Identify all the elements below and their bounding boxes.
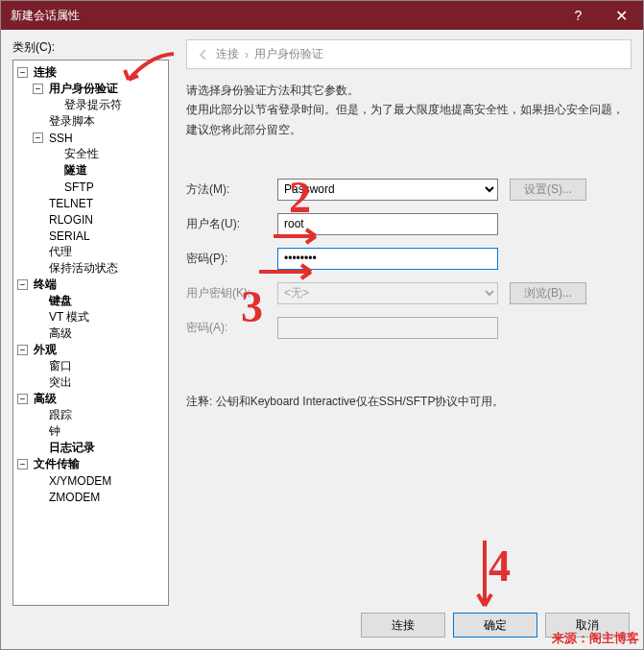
note-text: 注释: 公钥和Keyboard Interactive仅在SSH/SFTP协议中… <box>186 394 632 410</box>
connect-button[interactable]: 连接 <box>361 613 445 638</box>
tree-item-connection[interactable]: −连接 <box>17 64 166 81</box>
tree-item-logging[interactable]: 日志记录 <box>33 440 166 456</box>
ok-button[interactable]: 确定 <box>453 613 537 638</box>
help-button[interactable]: ? <box>557 1 600 30</box>
username-label: 用户名(U): <box>186 216 277 232</box>
tree-item-serial[interactable]: SERIAL <box>33 228 166 244</box>
password-input[interactable] <box>277 248 498 270</box>
tree-item-appearance[interactable]: −外观 <box>17 342 166 358</box>
tree-item-proxy[interactable]: 代理 <box>33 244 166 260</box>
tree-item-highlight[interactable]: 突出 <box>33 374 166 391</box>
category-label: 类别(C): <box>12 39 169 56</box>
password2-input <box>277 317 498 339</box>
breadcrumb-root: 连接 <box>216 46 239 62</box>
method-select[interactable]: Password <box>277 179 498 201</box>
tree-item-rlogin[interactable]: RLOGIN <box>33 211 166 228</box>
breadcrumb: 连接 › 用户身份验证 <box>186 39 632 69</box>
titlebar-title: 新建会话属性 <box>11 8 557 24</box>
tree-item-window[interactable]: 窗口 <box>33 358 166 374</box>
tree-item-sftp[interactable]: SFTP <box>48 179 166 195</box>
browse-button[interactable]: 浏览(B)... <box>510 282 586 304</box>
close-button[interactable]: ✕ <box>600 1 643 30</box>
tree-item-keepalive[interactable]: 保持活动状态 <box>33 260 166 277</box>
collapse-icon[interactable]: − <box>17 279 28 290</box>
tree-item-vtmode[interactable]: VT 模式 <box>33 309 166 325</box>
watermark: 来源：阁主博客 <box>552 630 639 647</box>
tree-item-telnet[interactable]: TELNET <box>33 195 166 211</box>
category-tree[interactable]: −连接 −用户身份验证 登录提示符 登录脚本 − <box>12 60 169 606</box>
collapse-icon[interactable]: − <box>17 345 28 355</box>
tree-item-zmodem[interactable]: ZMODEM <box>33 489 166 505</box>
password2-label: 密码(A): <box>186 320 277 336</box>
method-label: 方法(M): <box>186 181 277 198</box>
password-label: 密码(P): <box>186 251 277 267</box>
tree-item-login-script[interactable]: 登录脚本 <box>33 113 166 130</box>
collapse-icon[interactable]: − <box>17 459 28 469</box>
settings-button[interactable]: 设置(S)... <box>510 179 586 201</box>
tree-item-trace[interactable]: 跟踪 <box>33 407 166 423</box>
tree-item-xymodem[interactable]: X/YMODEM <box>33 472 166 489</box>
userkey-select: <无> <box>277 282 498 304</box>
tree-item-tunnel[interactable]: 隧道 <box>48 162 166 179</box>
tree-item-filetransfer[interactable]: −文件传输 <box>17 456 166 472</box>
back-arrow-icon <box>197 48 210 61</box>
tree-item-security[interactable]: 安全性 <box>48 146 166 162</box>
tree-item-auth[interactable]: −用户身份验证 <box>33 81 166 97</box>
tree-item-advanced[interactable]: 高级 <box>33 325 166 342</box>
tree-item-keyboard[interactable]: 键盘 <box>33 293 166 309</box>
collapse-icon[interactable]: − <box>33 84 43 94</box>
description: 请选择身份验证方法和其它参数。 使用此部分以节省登录时间。但是，为了最大限度地提… <box>186 81 632 139</box>
tree-item-advanced2[interactable]: −高级 <box>17 391 166 407</box>
collapse-icon[interactable]: − <box>17 394 28 404</box>
titlebar: 新建会话属性 ? ✕ <box>1 1 643 30</box>
username-input[interactable] <box>277 213 498 235</box>
collapse-icon[interactable]: − <box>17 67 28 78</box>
tree-item-ssh[interactable]: −SSH <box>33 130 166 146</box>
collapse-icon[interactable]: − <box>33 132 43 143</box>
tree-item-login-prompt[interactable]: 登录提示符 <box>48 97 166 113</box>
chevron-right-icon: › <box>245 48 249 61</box>
tree-item-terminal[interactable]: −终端 <box>17 277 166 293</box>
tree-item-bell[interactable]: 钟 <box>33 423 166 440</box>
userkey-label: 用户密钥(K): <box>186 285 277 301</box>
breadcrumb-current: 用户身份验证 <box>254 46 323 62</box>
